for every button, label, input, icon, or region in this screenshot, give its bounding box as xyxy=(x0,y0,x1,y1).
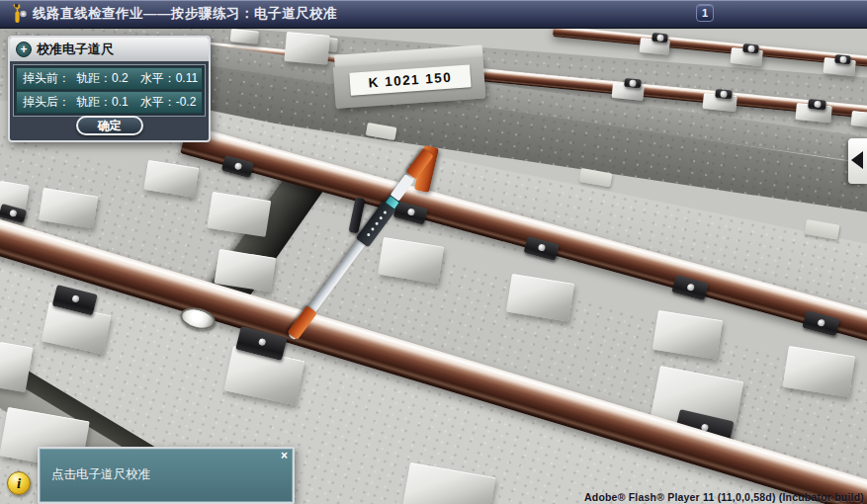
gauge-value: 轨距：0.1 xyxy=(76,94,129,111)
title-bar: 线路直线检查作业——按步骤练习：电子道尺校准 xyxy=(0,0,867,28)
flash-player-version: Adobe® Flash® Player 11 (11,0,0,58d) (In… xyxy=(584,491,864,503)
hint-text: 点击电子道尺校准 xyxy=(51,466,150,483)
plus-circle-icon: + xyxy=(16,42,32,57)
calibration-panel: + 校准电子道尺 掉头前： 轨距：0.2 水平：0.11 掉头后： 轨距：0.1… xyxy=(8,36,211,142)
level-value: 水平：0.11 xyxy=(140,70,198,87)
info-icon[interactable]: i xyxy=(7,471,31,495)
calibration-panel-title: 校准电子道尺 xyxy=(37,41,114,58)
close-icon[interactable]: × xyxy=(281,450,288,462)
confirm-button[interactable]: 确定 xyxy=(76,116,143,135)
edge-arrow-button[interactable] xyxy=(848,138,867,184)
measurement-rows: 掉头前： 轨距：0.2 水平：0.11 掉头后： 轨距：0.1 水平：-0.2 xyxy=(13,64,206,117)
row-label: 掉头后： xyxy=(23,94,70,111)
level-value: 水平：-0.2 xyxy=(140,94,197,111)
hint-tooltip: × 点击电子道尺校准 xyxy=(38,447,295,504)
wrench-icon xyxy=(7,3,29,25)
measurement-row-before: 掉头前： 轨距：0.2 水平：0.11 xyxy=(16,67,203,90)
left-triangle-icon xyxy=(851,151,863,169)
concrete-marker-block: K 1021 150 xyxy=(332,44,485,108)
row-label: 掉头前： xyxy=(23,70,70,87)
flash-simulation-stage: K 1021 150 线路直线检查作业——按步 xyxy=(0,0,867,504)
gauge-value: 轨距：0.2 xyxy=(76,70,129,87)
measurement-row-after: 掉头后： 轨距：0.1 水平：-0.2 xyxy=(16,91,203,114)
step-badge[interactable]: 1 xyxy=(696,4,714,22)
calibration-panel-header: + 校准电子道尺 xyxy=(10,38,209,61)
page-title: 线路直线检查作业——按步骤练习：电子道尺校准 xyxy=(33,5,337,23)
sleeper-block xyxy=(284,32,329,65)
